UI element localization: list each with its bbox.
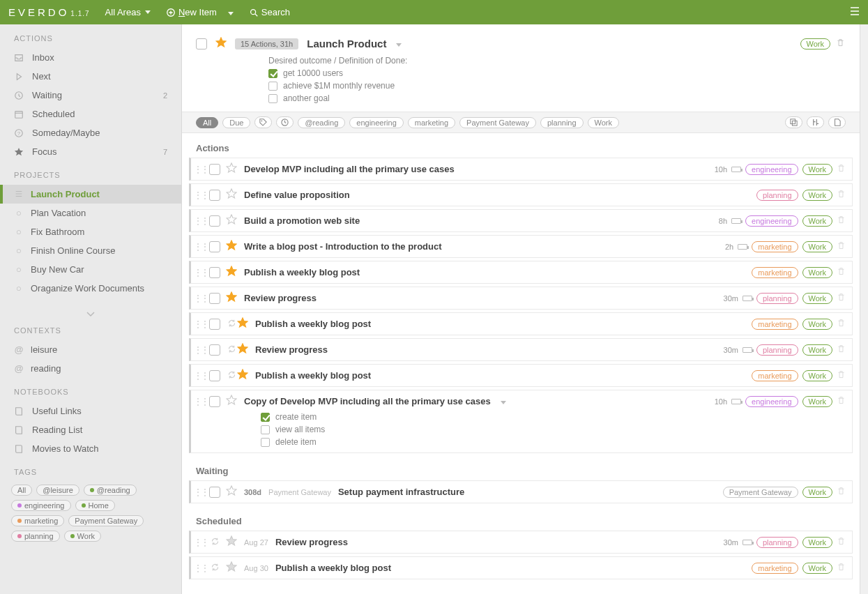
note-checkbox[interactable] — [268, 82, 277, 91]
row-star-toggle[interactable] — [226, 188, 237, 201]
row-trash-button[interactable] — [837, 344, 846, 355]
action-row[interactable]: Review progress 30m planningWork — [189, 338, 853, 361]
row-checkbox[interactable] — [209, 344, 220, 356]
row-checkbox[interactable] — [209, 319, 220, 330]
sidebar-notebook-usefullinks[interactable]: Useful Links — [0, 402, 181, 420]
tag-pill-work[interactable]: Work — [802, 190, 832, 201]
tag-pill-home[interactable]: Home — [75, 500, 115, 511]
drag-handle-icon[interactable] — [194, 563, 204, 573]
sidebar-item-waiting[interactable]: Waiting2 — [0, 86, 181, 105]
action-row[interactable]: Develop MVP including all the primary us… — [189, 158, 853, 181]
row-checkbox[interactable] — [209, 215, 220, 227]
drag-handle-icon[interactable] — [194, 487, 204, 497]
sidebar-item-scheduled[interactable]: Scheduled — [0, 105, 181, 123]
tag-pill-leisure[interactable]: @leisure — [36, 485, 79, 496]
filter-tag-planning[interactable]: planning — [540, 117, 584, 128]
tag-pill-plan[interactable]: planning — [756, 344, 798, 356]
row-caret-icon[interactable] — [501, 396, 506, 406]
filter-time-button[interactable] — [276, 116, 294, 128]
row-star-toggle[interactable] — [226, 535, 237, 549]
row-checkbox[interactable] — [209, 164, 220, 175]
sidebar-context-reading[interactable]: @reading — [0, 359, 181, 378]
row-trash-button[interactable] — [837, 370, 846, 381]
tag-pill-mkt[interactable]: marketing — [752, 319, 798, 330]
row-trash-button[interactable] — [837, 190, 846, 200]
sidebar-item-focus[interactable]: Focus7 — [0, 142, 181, 161]
row-star-toggle[interactable] — [226, 291, 237, 305]
content-scrollbar[interactable] — [860, 24, 868, 594]
action-row[interactable]: Copy of Develop MVP including all the pr… — [189, 390, 853, 453]
row-trash-button[interactable] — [837, 293, 846, 303]
row-star-toggle[interactable] — [226, 395, 237, 408]
row-trash-button[interactable] — [837, 241, 846, 252]
tag-pill-eng[interactable]: engineering — [745, 215, 798, 227]
tag-pill-work[interactable]: Work — [802, 344, 832, 356]
hamburger-button[interactable] — [850, 6, 860, 18]
tag-pill-engineering[interactable]: engineering — [11, 500, 71, 511]
sidebar-project-oraganizeworkdocuments[interactable]: ○Oraganize Work Documents — [0, 279, 181, 298]
sidebar-project-finishonlinecourse[interactable]: ○Finish Online Course — [0, 241, 181, 260]
drag-handle-icon[interactable] — [194, 319, 204, 329]
action-row[interactable]: Publish a weekly blog post marketingWork — [189, 364, 853, 387]
row-star-toggle[interactable] — [237, 343, 248, 356]
row-trash-button[interactable] — [837, 267, 846, 277]
tool-file-button[interactable] — [828, 116, 846, 128]
tag-pill-work[interactable]: Work — [802, 164, 832, 175]
drag-handle-icon[interactable] — [194, 344, 204, 355]
action-row[interactable]: Publish a weekly blog post marketingWork — [189, 312, 853, 335]
tag-pill-work[interactable]: Work — [802, 537, 832, 548]
filter-tag-button[interactable] — [254, 116, 272, 128]
tag-pill-mkt[interactable]: marketing — [752, 370, 798, 381]
scheduled-row[interactable]: Aug 27 Review progress 30m planningWork — [189, 531, 853, 554]
tag-pill-all[interactable]: All — [11, 485, 32, 496]
tag-pill-work[interactable]: Work — [802, 370, 832, 381]
tag-pill-paymentgateway[interactable]: Payment Gateway — [68, 515, 144, 526]
drag-handle-icon[interactable] — [194, 370, 204, 381]
project-checkbox[interactable] — [196, 38, 207, 50]
tag-pill-mkt[interactable]: marketing — [752, 267, 798, 278]
action-row[interactable]: Write a blog post - Introduction to the … — [189, 235, 853, 258]
row-checkbox[interactable] — [209, 487, 220, 498]
row-checkbox[interactable] — [209, 370, 220, 381]
tag-pill-work[interactable]: Work — [802, 241, 832, 252]
row-trash-button[interactable] — [837, 164, 846, 174]
action-row[interactable]: Review progress 30m planningWork — [189, 287, 853, 310]
action-row[interactable]: Define value proposition planningWork — [189, 183, 853, 206]
waiting-row[interactable]: 308d Payment Gateway Setup payment infra… — [189, 480, 853, 503]
areas-dropdown[interactable]: All Areas — [105, 7, 151, 17]
new-item-button[interactable]: New Item — [166, 7, 234, 17]
row-star-toggle[interactable] — [226, 561, 237, 574]
drag-handle-icon[interactable] — [194, 190, 204, 200]
project-area-pill[interactable]: Work — [800, 38, 830, 50]
tag-pill-work[interactable]: Work — [802, 563, 832, 574]
project-star-toggle[interactable] — [215, 37, 227, 50]
row-star-toggle[interactable] — [226, 485, 237, 498]
scheduled-row[interactable]: Aug 30 Publish a weekly blog post market… — [189, 556, 853, 579]
row-trash-button[interactable] — [837, 215, 846, 226]
action-row[interactable]: Build a promotion web site 8h engineerin… — [189, 209, 853, 232]
sidebar-project-fixbathroom[interactable]: ○Fix Bathroom — [0, 222, 181, 241]
drag-handle-icon[interactable] — [194, 396, 204, 406]
new-item-caret-icon[interactable] — [224, 7, 234, 17]
tag-pill-reading[interactable]: @reading — [84, 485, 137, 496]
sidebar-notebook-readinglist[interactable]: Reading List — [0, 420, 181, 439]
row-star-toggle[interactable] — [237, 317, 248, 330]
tag-pill-eng[interactable]: engineering — [745, 396, 798, 407]
row-star-toggle[interactable] — [226, 214, 237, 227]
drag-handle-icon[interactable] — [194, 267, 204, 277]
sidebar-notebook-moviestowatch[interactable]: Movies to Watch — [0, 439, 181, 458]
tag-pill-work[interactable]: Work — [64, 531, 101, 542]
tag-pill-plan[interactable]: planning — [756, 293, 798, 304]
filter-tag-marketing[interactable]: marketing — [408, 117, 455, 128]
row-trash-button[interactable] — [837, 487, 846, 497]
tag-pill-marketing[interactable]: marketing — [11, 515, 64, 526]
note-checkbox[interactable] — [261, 438, 270, 447]
tool-sliders-button[interactable] — [807, 116, 824, 128]
tag-pill-work[interactable]: Work — [802, 319, 832, 330]
project-title-caret-icon[interactable] — [396, 38, 402, 49]
note-checkbox[interactable] — [261, 425, 270, 434]
row-star-toggle[interactable] — [226, 266, 237, 279]
tag-pill-plan[interactable]: planning — [756, 190, 798, 201]
project-trash-button[interactable] — [836, 38, 846, 50]
filter-tag-paymentgateway[interactable]: Payment Gateway — [459, 117, 536, 128]
